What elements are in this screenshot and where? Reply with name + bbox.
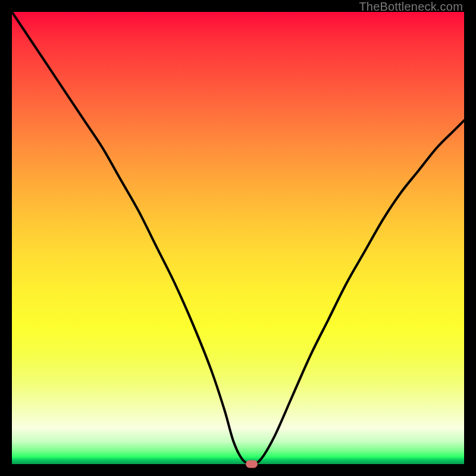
plot-area bbox=[12, 12, 464, 464]
optimal-point-marker bbox=[246, 461, 258, 468]
chart-frame: TheBottleneck.com bbox=[0, 0, 476, 476]
bottleneck-curve bbox=[12, 12, 464, 464]
